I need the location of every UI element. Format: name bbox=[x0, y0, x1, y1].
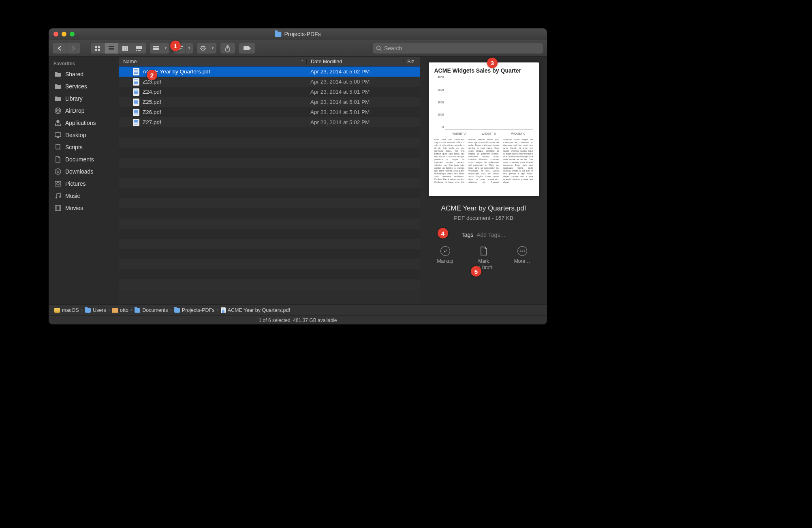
svg-rect-9 bbox=[126, 46, 128, 51]
folder-icon bbox=[85, 308, 91, 313]
svg-rect-34 bbox=[55, 133, 61, 137]
svg-point-29 bbox=[377, 46, 380, 49]
zoom-window-button[interactable] bbox=[70, 32, 75, 36]
sidebar-item-music[interactable]: Music bbox=[49, 190, 119, 202]
column-view-button[interactable] bbox=[118, 43, 132, 54]
sidebar-item-applications[interactable]: Applications bbox=[49, 117, 119, 129]
action-menu-button[interactable]: ▾ bbox=[197, 43, 216, 54]
gallery-view-button[interactable] bbox=[132, 43, 146, 54]
more-icon bbox=[517, 246, 527, 256]
file-rows[interactable]: ACME Year by Quarters.pdfApr 23, 2014 at… bbox=[119, 67, 420, 304]
sidebar-item-downloads[interactable]: Downloads bbox=[49, 165, 119, 178]
sidebar-item-library[interactable]: Library bbox=[49, 92, 119, 105]
folder-icon bbox=[135, 308, 140, 313]
svg-point-27 bbox=[202, 47, 203, 49]
svg-rect-0 bbox=[95, 46, 97, 48]
svg-point-32 bbox=[58, 110, 59, 112]
icon-view-button[interactable] bbox=[91, 43, 105, 54]
downloads-icon bbox=[54, 168, 62, 175]
pdf-file-icon bbox=[133, 88, 139, 96]
file-row[interactable]: Z26.pdfApr 23, 2014 at 5:01 PM bbox=[119, 107, 420, 117]
sidebar-item-label: Desktop bbox=[65, 132, 86, 138]
music-icon bbox=[54, 192, 62, 200]
nav-buttons bbox=[53, 43, 80, 54]
empty-row bbox=[119, 137, 420, 148]
forward-button[interactable] bbox=[66, 43, 80, 54]
svg-rect-14 bbox=[153, 46, 155, 47]
preview-pane: ACME Widgets Sales by Quarter 4000300020… bbox=[420, 57, 547, 304]
sidebar-item-label: Scripts bbox=[65, 144, 83, 150]
group-by-button[interactable]: ▾ bbox=[150, 43, 169, 54]
preview-thumbnail[interactable]: ACME Widgets Sales by Quarter 4000300020… bbox=[429, 62, 539, 196]
file-name: Z24.pdf bbox=[143, 89, 161, 95]
back-button[interactable] bbox=[53, 43, 66, 54]
tags-button[interactable] bbox=[239, 43, 255, 54]
empty-row bbox=[119, 158, 420, 168]
close-window-button[interactable] bbox=[53, 32, 58, 36]
sidebar-item-label: Pictures bbox=[65, 180, 86, 187]
empty-row bbox=[119, 127, 420, 137]
empty-row bbox=[119, 178, 420, 188]
folder-icon bbox=[54, 71, 62, 78]
airdrop-icon bbox=[54, 107, 62, 114]
sidebar-item-label: Applications bbox=[65, 120, 96, 126]
sidebar-item-shared[interactable]: Shared bbox=[49, 68, 119, 80]
empty-row bbox=[119, 279, 420, 290]
file-row[interactable]: Z23.pdfApr 23, 2014 at 5:00 PM bbox=[119, 77, 420, 87]
annotation-badge-3: 3 bbox=[487, 58, 498, 68]
add-tags-field[interactable]: Add Tags… bbox=[477, 232, 506, 238]
file-row[interactable]: Z24.pdfApr 23, 2014 at 5:01 PM bbox=[119, 87, 420, 97]
status-bar: 1 of 6 selected, 461.37 GB available bbox=[49, 316, 547, 324]
svg-rect-37 bbox=[55, 181, 61, 186]
sidebar-item-label: Documents bbox=[65, 156, 94, 163]
column-size[interactable]: Siz bbox=[404, 59, 420, 64]
file-date: Apr 23, 2014 at 5:01 PM bbox=[306, 109, 404, 115]
pathbar-item[interactable]: otto bbox=[112, 307, 128, 313]
annotation-badge-5: 5 bbox=[471, 266, 481, 277]
column-name[interactable]: Name⌃ bbox=[119, 59, 306, 64]
file-date: Apr 23, 2014 at 5:02 PM bbox=[306, 119, 404, 125]
file-date: Apr 23, 2014 at 5:01 PM bbox=[306, 89, 404, 95]
empty-row bbox=[119, 198, 420, 208]
annotation-badge-1: 1 bbox=[170, 41, 181, 51]
pathbar-item[interactable]: Documents bbox=[135, 307, 168, 313]
sidebar-item-pictures[interactable]: Pictures bbox=[49, 178, 119, 190]
minimize-window-button[interactable] bbox=[62, 32, 66, 36]
pathbar-item[interactable]: Users bbox=[85, 307, 106, 313]
svg-rect-2 bbox=[95, 49, 97, 51]
file-row[interactable]: Z27.pdfApr 23, 2014 at 5:02 PM bbox=[119, 117, 420, 127]
markup-button[interactable]: Markup bbox=[429, 246, 462, 270]
column-date-modified[interactable]: Date Modified bbox=[306, 59, 404, 64]
sidebar-item-scripts[interactable]: Scripts bbox=[49, 141, 119, 153]
sidebar-item-label: AirDrop bbox=[65, 107, 84, 114]
more-actions-button[interactable]: More… bbox=[506, 246, 538, 270]
sidebar-item-services[interactable]: Services bbox=[49, 80, 119, 92]
svg-rect-10 bbox=[136, 46, 142, 49]
pathbar-item[interactable]: ACME Year by Quarters.pdf bbox=[221, 307, 290, 313]
empty-row bbox=[119, 239, 420, 249]
pdf-file-icon bbox=[221, 307, 226, 313]
pdf-file-icon bbox=[133, 119, 139, 126]
sidebar-item-documents[interactable]: Documents bbox=[49, 153, 119, 165]
file-row[interactable]: Z25.pdfApr 23, 2014 at 5:01 PM bbox=[119, 97, 420, 107]
sidebar-item-desktop[interactable]: Desktop bbox=[49, 129, 119, 141]
pathbar-item[interactable]: macOS bbox=[54, 307, 79, 313]
preview-tags-row: Tags Add Tags… bbox=[462, 232, 506, 238]
apps-icon bbox=[54, 119, 62, 127]
svg-rect-11 bbox=[136, 50, 137, 51]
svg-rect-15 bbox=[155, 46, 157, 47]
folder-icon bbox=[174, 308, 180, 313]
search-field[interactable]: Search bbox=[373, 43, 543, 54]
pdf-file-icon bbox=[133, 78, 139, 86]
file-date: Apr 23, 2014 at 5:01 PM bbox=[306, 99, 404, 105]
empty-row bbox=[119, 219, 420, 229]
sidebar-item-airdrop[interactable]: AirDrop bbox=[49, 105, 119, 117]
mark-as-draft-button[interactable]: Mark as Draft bbox=[468, 246, 500, 270]
sidebar-item-movies[interactable]: Movies bbox=[49, 202, 119, 214]
share-button[interactable] bbox=[220, 43, 235, 54]
svg-rect-41 bbox=[55, 206, 61, 210]
pathbar-item[interactable]: Projects-PDFs bbox=[174, 307, 215, 313]
file-row[interactable]: ACME Year by Quarters.pdfApr 23, 2014 at… bbox=[119, 67, 420, 77]
list-view-button[interactable] bbox=[105, 43, 118, 54]
svg-rect-16 bbox=[157, 46, 159, 47]
